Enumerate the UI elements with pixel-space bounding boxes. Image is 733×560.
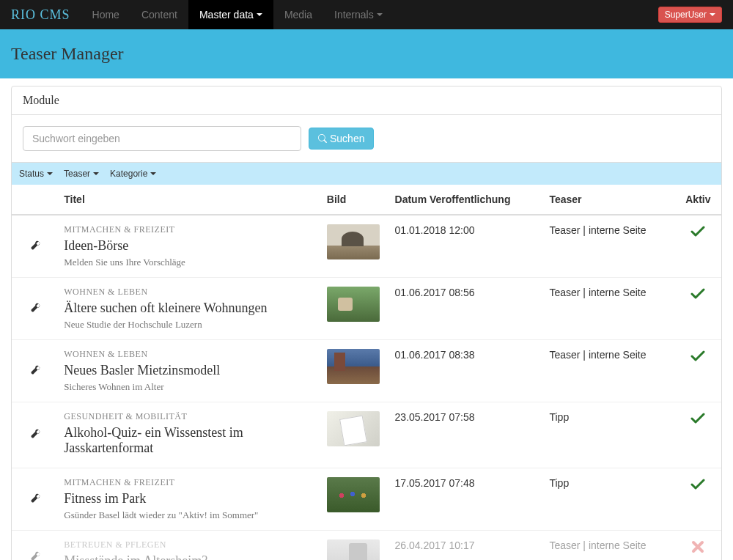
row-active-cell	[675, 531, 721, 561]
row-action-cell	[12, 215, 58, 278]
row-subtitle: Gsünder Basel lädt wieder zu "Aktiv! im …	[64, 509, 315, 521]
navbar-left: RIO CMS Home Content Master data Media I…	[11, 0, 394, 29]
row-title[interactable]: Fitness im Park	[64, 491, 315, 506]
wrench-icon	[30, 493, 40, 504]
thumbnail[interactable]	[327, 287, 380, 322]
filter-status[interactable]: Status	[19, 169, 53, 179]
nav-master-data[interactable]: Master data	[188, 0, 273, 29]
table-row: GESUNDHEIT & MOBILITÄTAlkohol-Quiz- ein …	[12, 402, 721, 468]
row-title[interactable]: Missstände im Altersheim?	[64, 553, 315, 560]
edit-button[interactable]	[30, 366, 40, 377]
row-date: 23.05.2017 07:58	[389, 402, 544, 468]
navbar: RIO CMS Home Content Master data Media I…	[0, 0, 733, 29]
check-icon	[690, 224, 705, 239]
row-active-cell	[675, 402, 721, 468]
filter-teaser-label: Teaser	[64, 169, 90, 179]
row-category: WOHNEN & LEBEN	[64, 287, 315, 298]
row-date: 01.01.2018 12:00	[389, 215, 544, 278]
wrench-icon	[30, 240, 40, 251]
row-subtitle: Melden Sie uns Ihre Vorschläge	[64, 257, 315, 268]
table-row: MITMACHEN & FREIZEITFitness im ParkGsünd…	[12, 468, 721, 531]
edit-button[interactable]	[30, 552, 40, 561]
row-teaser: Teaser | interne Seite	[543, 340, 674, 402]
row-title-cell: BETREUEN & PFLEGENMissstände im Altershe…	[58, 531, 321, 561]
check-icon	[690, 349, 705, 364]
user-menu-label: SuperUser	[665, 10, 707, 20]
row-date: 17.05.2017 07:48	[389, 468, 544, 531]
nav-master-data-label: Master data	[199, 9, 254, 21]
row-title-cell: MITMACHEN & FREIZEITFitness im ParkGsünd…	[58, 468, 321, 531]
thumbnail[interactable]	[327, 224, 380, 259]
row-category: WOHNEN & LEBEN	[64, 349, 315, 360]
nav-home[interactable]: Home	[81, 0, 130, 29]
row-teaser: Teaser | interne Seite	[543, 278, 674, 340]
chevron-down-icon	[150, 172, 156, 175]
search-button[interactable]: Suchen	[309, 128, 374, 150]
row-title-cell: GESUNDHEIT & MOBILITÄTAlkohol-Quiz- ein …	[58, 402, 321, 468]
row-subtitle: Sicheres Wohnen im Alter	[64, 381, 315, 393]
nav-content[interactable]: Content	[130, 0, 188, 29]
search-button-label: Suchen	[330, 133, 364, 144]
chevron-down-icon	[377, 13, 383, 16]
thumbnail[interactable]	[327, 349, 380, 384]
check-icon	[690, 287, 705, 301]
nav-media[interactable]: Media	[273, 0, 323, 29]
col-datum[interactable]: Datum Veroffentlichung	[389, 185, 544, 215]
row-category: BETREUEN & PFLEGEN	[64, 539, 315, 550]
thumbnail[interactable]	[327, 539, 380, 560]
thumbnail[interactable]	[327, 477, 380, 512]
row-date: 01.06.2017 08:38	[389, 340, 544, 402]
chevron-down-icon	[47, 172, 53, 175]
wrench-icon	[30, 303, 40, 313]
wrench-icon	[30, 365, 40, 375]
row-action-cell	[12, 340, 58, 402]
row-action-cell	[12, 402, 58, 468]
col-aktiv[interactable]: Aktiv	[675, 185, 721, 215]
row-image-cell	[321, 215, 389, 278]
row-date: 26.04.2017 10:17	[389, 531, 544, 561]
filter-kategorie[interactable]: Kategorie	[110, 169, 156, 179]
row-title[interactable]: Ältere suchen oft kleinere Wohnungen	[64, 301, 315, 316]
row-title[interactable]: Alkohol-Quiz- ein Wissenstest im Jasskar…	[64, 425, 315, 456]
nav-internals-label: Internals	[334, 9, 374, 21]
brand-logo[interactable]: RIO CMS	[11, 7, 81, 23]
col-teaser[interactable]: Teaser	[543, 185, 674, 215]
col-bild[interactable]: Bild	[321, 185, 389, 215]
page-header: Teaser Manager	[0, 29, 733, 78]
row-date: 01.06.2017 08:56	[389, 278, 544, 340]
table-row: WOHNEN & LEBENÄltere suchen oft kleinere…	[12, 278, 721, 340]
edit-button[interactable]	[30, 494, 40, 506]
search-input[interactable]	[23, 126, 301, 151]
row-active-cell	[675, 278, 721, 340]
filter-bar: Status Teaser Kategorie	[12, 162, 721, 185]
panel-heading: Module	[12, 86, 721, 115]
chevron-down-icon	[257, 13, 262, 16]
panel-body: Suchen	[12, 115, 721, 162]
filter-status-label: Status	[19, 169, 44, 179]
table-row: WOHNEN & LEBENNeues Basler Mietzinsmodel…	[12, 340, 721, 402]
row-image-cell	[321, 340, 389, 402]
user-menu-button[interactable]: SuperUser	[658, 7, 722, 23]
row-title[interactable]: Ideen-Börse	[64, 238, 315, 254]
module-panel: Module Suchen Status Teaser Kategori	[11, 86, 722, 560]
row-image-cell	[321, 402, 389, 468]
filter-teaser[interactable]: Teaser	[64, 169, 99, 179]
filter-kategorie-label: Kategorie	[110, 169, 147, 179]
edit-button[interactable]	[30, 241, 40, 253]
row-teaser: Teaser | interne Seite	[543, 215, 674, 278]
row-action-cell	[12, 468, 58, 531]
teaser-table: Titel Bild Datum Veroffentlichung Teaser…	[12, 185, 721, 560]
edit-button[interactable]	[30, 430, 40, 441]
col-titel[interactable]: Titel	[58, 185, 321, 215]
row-title-cell: MITMACHEN & FREIZEITIdeen-BörseMelden Si…	[58, 215, 321, 278]
edit-button[interactable]	[30, 303, 40, 315]
row-active-cell	[675, 215, 721, 278]
row-category: MITMACHEN & FREIZEIT	[64, 477, 315, 488]
thumbnail[interactable]	[327, 411, 380, 446]
row-title[interactable]: Neues Basler Mietzinsmodell	[64, 363, 315, 378]
row-image-cell	[321, 531, 389, 561]
row-teaser: Tipp	[543, 468, 674, 531]
check-icon	[690, 411, 705, 426]
nav-internals[interactable]: Internals	[323, 0, 394, 29]
col-action	[12, 185, 58, 215]
